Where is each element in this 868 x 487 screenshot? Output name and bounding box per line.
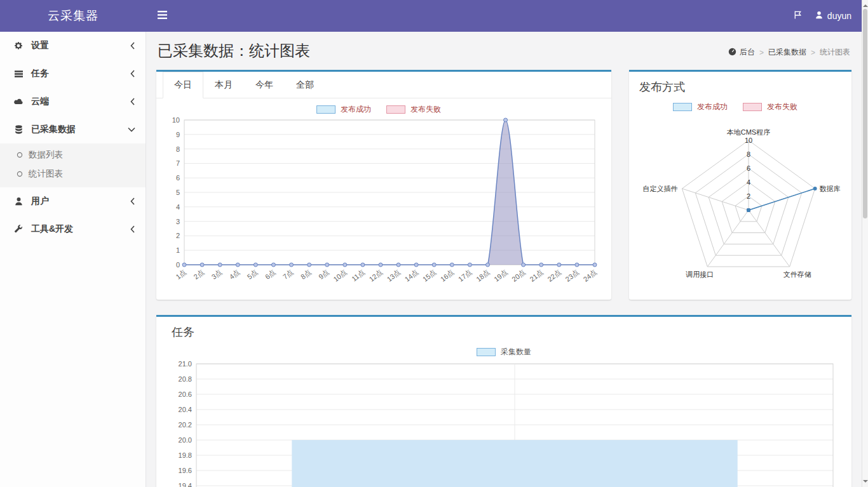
tasks-bar-chart: 21.020.820.620.420.220.019.819.619.419.2…: [167, 359, 841, 487]
app-brand[interactable]: 云采集器: [0, 8, 146, 24]
tab-year[interactable]: 今年: [244, 72, 285, 98]
svg-text:5点: 5点: [246, 268, 259, 281]
sidebar-item-cloud[interactable]: 云端: [0, 88, 146, 116]
sidebar-item-settings[interactable]: 设置: [0, 32, 146, 60]
svg-text:6点: 6点: [264, 268, 277, 281]
sidebar: 设置 任务 云端 已采集数据: [0, 32, 146, 487]
svg-text:7: 7: [176, 159, 180, 167]
sidebar-item-collected-data[interactable]: 已采集数据: [0, 116, 146, 143]
circle-o-icon: [17, 170, 23, 179]
svg-text:10: 10: [745, 137, 752, 144]
cloud-icon: [13, 98, 24, 105]
breadcrumb-current: 统计图表: [820, 47, 850, 58]
svg-text:文件存储: 文件存储: [783, 270, 811, 278]
svg-text:23点: 23点: [564, 268, 580, 283]
svg-text:本地CMS程序: 本地CMS程序: [727, 128, 770, 136]
success-legend-swatch: [673, 103, 692, 111]
sidebar-item-data-list[interactable]: 数据列表: [0, 145, 146, 164]
chevron-left-icon: [130, 70, 135, 77]
scrollbar-thumb[interactable]: [863, 9, 867, 218]
svg-text:4点: 4点: [228, 268, 241, 281]
tasks-icon: [13, 70, 24, 78]
period-tabs: 今日 本月 今年 全部: [156, 72, 611, 98]
svg-text:20.4: 20.4: [179, 406, 192, 413]
sidebar-item-label: 任务: [31, 68, 123, 79]
tasks-chart-legend: 采集数量: [166, 341, 841, 359]
breadcrumb: 后台 > 已采集数据 > 统计图表: [728, 47, 850, 58]
sidebar-item-label: 云端: [31, 96, 123, 107]
circle-o-icon: [17, 150, 23, 160]
tasks-card: 任务 采集数量 21.020.820.620.420.220.019.819.6…: [156, 315, 851, 487]
tab-today[interactable]: 今日: [163, 72, 203, 98]
radar-chart-legend: 发布成功 发布失败: [634, 96, 846, 114]
svg-text:2: 2: [747, 192, 750, 200]
hamburger-icon: [158, 11, 167, 21]
tasks-title: 任务: [166, 322, 841, 341]
user-icon: [815, 11, 823, 21]
svg-text:8: 8: [747, 150, 750, 158]
svg-text:9点: 9点: [317, 268, 330, 281]
count-legend-label: 采集数量: [501, 347, 531, 357]
svg-text:19.6: 19.6: [179, 467, 192, 474]
sidebar-toggle-button[interactable]: [146, 0, 179, 32]
svg-text:10点: 10点: [332, 268, 348, 283]
fail-legend-label: 发布失败: [767, 102, 797, 112]
svg-text:20.0: 20.0: [179, 436, 192, 444]
sidebar-item-tasks[interactable]: 任务: [0, 60, 146, 88]
sidebar-item-stats-chart[interactable]: 统计图表: [0, 164, 146, 183]
page-title: 已采集数据：统计图表: [158, 41, 310, 61]
svg-text:21.0: 21.0: [179, 360, 192, 368]
svg-text:16点: 16点: [439, 268, 456, 283]
user-icon: [13, 197, 24, 206]
chevron-down-icon: [128, 127, 135, 132]
hourly-chart-legend: 发布成功 发布失败: [156, 98, 611, 116]
vertical-scrollbar: [862, 0, 868, 487]
user-menu[interactable]: duyun: [815, 0, 851, 32]
svg-text:自定义插件: 自定义插件: [642, 185, 677, 192]
svg-text:数据库: 数据库: [820, 185, 841, 192]
fail-legend-swatch: [743, 103, 762, 111]
breadcrumb-section[interactable]: 已采集数据: [768, 47, 806, 58]
breadcrumb-separator: >: [759, 48, 764, 57]
svg-text:11点: 11点: [350, 268, 366, 283]
fail-legend-swatch: [386, 105, 405, 114]
svg-text:4: 4: [747, 178, 750, 186]
sidebar-item-users[interactable]: 用户: [0, 187, 146, 215]
sidebar-item-label: 设置: [31, 40, 123, 51]
sidebar-item-label: 已采集数据: [31, 124, 121, 135]
publish-method-radar-chart: 246810本地CMS程序数据库文件存储调用接口自定义插件: [634, 114, 846, 299]
svg-text:0: 0: [176, 261, 180, 269]
svg-text:20.2: 20.2: [179, 421, 192, 429]
flag-button[interactable]: [793, 0, 803, 32]
svg-text:15点: 15点: [421, 268, 438, 283]
chevron-left-icon: [130, 197, 135, 205]
tab-all[interactable]: 全部: [285, 72, 325, 98]
svg-text:20.8: 20.8: [179, 375, 192, 383]
scroll-up-arrow[interactable]: [863, 2, 868, 7]
publish-method-card: 发布方式 发布成功 发布失败 246810本地CMS程序数据库文件存储调用接口自…: [629, 70, 851, 300]
breadcrumb-separator: >: [811, 48, 815, 57]
svg-text:17点: 17点: [457, 268, 473, 283]
svg-text:14点: 14点: [403, 268, 420, 283]
tab-month[interactable]: 本月: [203, 72, 244, 98]
svg-text:2点: 2点: [192, 268, 205, 281]
dashboard-icon: [728, 48, 736, 58]
flag-icon: [793, 10, 803, 22]
success-legend-label: 发布成功: [341, 104, 371, 115]
svg-text:8点: 8点: [299, 268, 313, 281]
scroll-down-arrow[interactable]: [863, 480, 868, 485]
svg-text:19.4: 19.4: [179, 482, 192, 487]
sidebar-item-tools-dev[interactable]: 工具&开发: [0, 215, 146, 243]
sidebar-item-label: 用户: [31, 196, 123, 207]
content-header: 已采集数据：统计图表 后台 > 已采集数据 > 统计图表: [156, 37, 851, 70]
svg-text:10: 10: [172, 116, 180, 124]
top-cards-row: 今日 本月 今年 全部 发布成功 发布失败 0123456789101点2点3点…: [156, 70, 851, 300]
svg-text:5: 5: [176, 189, 180, 196]
database-icon: [13, 125, 24, 134]
success-legend-label: 发布成功: [697, 102, 728, 112]
svg-text:3点: 3点: [210, 268, 224, 281]
chevron-left-icon: [130, 98, 135, 105]
breadcrumb-home[interactable]: 后台: [728, 47, 755, 58]
svg-text:1点: 1点: [174, 268, 187, 281]
hourly-area-chart: 0123456789101点2点3点4点5点6点7点8点9点10点11点12点1…: [163, 116, 605, 297]
